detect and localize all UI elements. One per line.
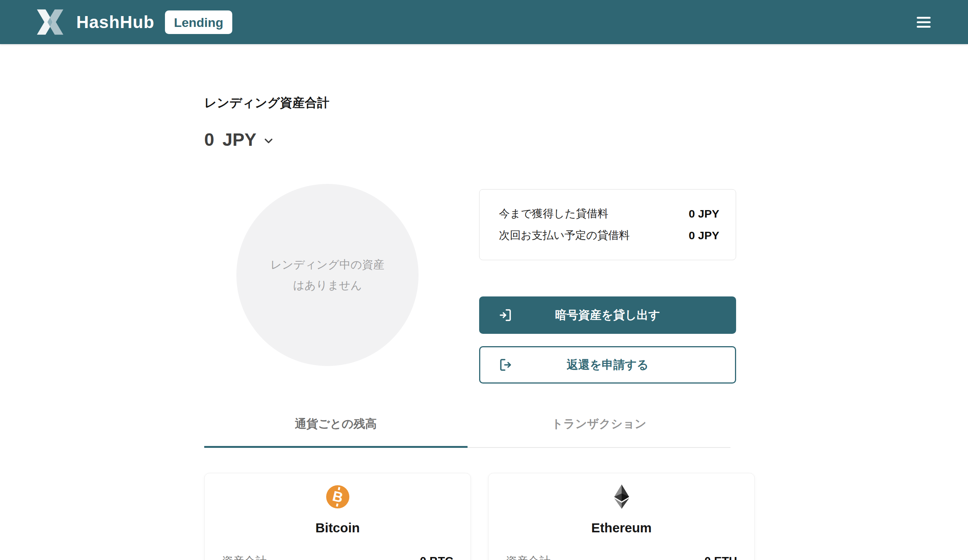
- empty-message-line2: はありません: [293, 278, 362, 293]
- total-amount-dropdown[interactable]: 0 JPY: [204, 129, 275, 150]
- bitcoin-icon: B: [326, 485, 349, 509]
- log-in-icon: [497, 307, 513, 323]
- fee-value: 0 JPY: [689, 229, 719, 242]
- fee-label: 次回お支払い予定の貸借料: [499, 228, 630, 243]
- hashhub-logo-icon: [33, 8, 67, 36]
- fees-card: 今まで獲得した貸借料 0 JPY 次回お支払い予定の貸借料 0 JPY: [479, 189, 736, 260]
- request-return-button[interactable]: 返還を申請する: [479, 346, 736, 383]
- tab-balances[interactable]: 通貨ごとの残高: [204, 416, 467, 448]
- asset-cards: B Bitcoin 資産合計 0 BTC Ethereum: [204, 473, 755, 560]
- fee-label: 今まで獲得した貸借料: [499, 206, 608, 221]
- fee-row-earned: 今まで獲得した貸借料 0 JPY: [499, 206, 719, 221]
- asset-name: Bitcoin: [222, 520, 453, 535]
- menu-button[interactable]: [917, 17, 931, 28]
- ethereum-icon: [614, 484, 629, 509]
- lend-button-label: 暗号資産を貸し出す: [479, 307, 736, 323]
- asset-total-label: 資産合計: [506, 553, 550, 560]
- summary-actions-column: 今まで獲得した貸借料 0 JPY 次回お支払い予定の貸借料 0 JPY 暗号資産…: [479, 189, 736, 383]
- log-out-icon: [498, 357, 514, 373]
- fee-value: 0 JPY: [689, 208, 719, 220]
- brand-name: HashHub: [76, 12, 154, 32]
- page-title: レンディング資産合計: [204, 94, 968, 111]
- lend-crypto-button[interactable]: 暗号資産を貸し出す: [479, 296, 736, 334]
- chevron-down-icon[interactable]: [262, 135, 275, 147]
- overview-section: レンディング中の資産 はありません 今まで獲得した貸借料 0 JPY 次回お支払…: [204, 184, 736, 383]
- asset-total-row: 資産合計 0 ETH: [506, 553, 737, 560]
- asset-card-ethereum: Ethereum 資産合計 0 ETH: [488, 473, 755, 560]
- lending-chart-area: レンディング中の資産 はありません: [204, 184, 479, 383]
- fee-row-next-payment: 次回お支払い予定の貸借料 0 JPY: [499, 228, 719, 243]
- app-header: HashHub Lending: [0, 0, 968, 44]
- asset-total-value: 0 ETH: [704, 555, 737, 560]
- redeem-button-label: 返還を申請する: [480, 357, 735, 373]
- brand-badge: Lending: [165, 10, 232, 34]
- main-content: レンディング資産合計 0 JPY レンディング中の資産 はありません 今まで獲得…: [0, 94, 968, 560]
- empty-lending-circle: レンディング中の資産 はありません: [236, 184, 419, 366]
- tab-transactions[interactable]: トランザクション: [467, 416, 731, 448]
- asset-name: Ethereum: [506, 520, 737, 535]
- empty-message-line1: レンディング中の資産: [270, 257, 385, 273]
- asset-total-label: 資産合計: [222, 553, 267, 560]
- total-unit: JPY: [222, 129, 257, 150]
- hamburger-icon: [917, 17, 931, 19]
- tab-bar: 通貨ごとの残高 トランザクション: [204, 416, 731, 448]
- asset-total-row: 資産合計 0 BTC: [222, 553, 453, 560]
- total-value: 0: [204, 129, 214, 150]
- asset-total-value: 0 BTC: [420, 555, 453, 560]
- brand: HashHub Lending: [33, 8, 232, 36]
- asset-card-bitcoin: B Bitcoin 資産合計 0 BTC: [204, 473, 471, 560]
